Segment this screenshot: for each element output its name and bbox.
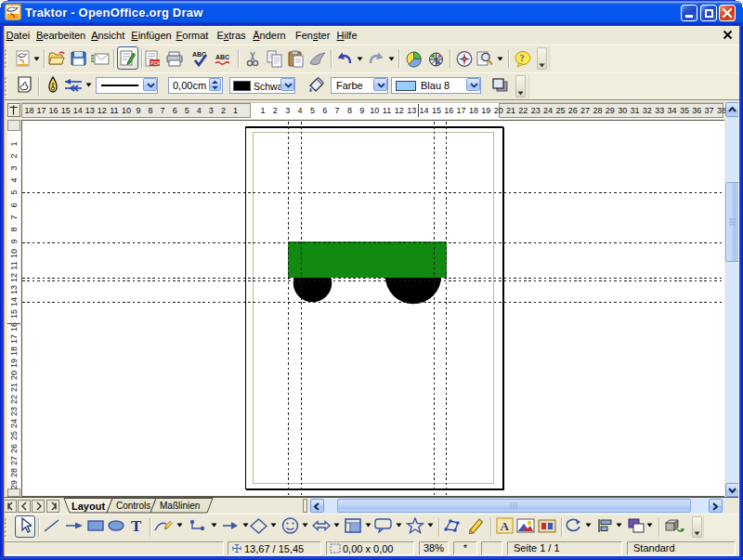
svg-text:A: A bbox=[501, 519, 510, 533]
svg-text:Controls: Controls bbox=[116, 501, 150, 511]
svg-text:Layout: Layout bbox=[72, 501, 105, 512]
svg-text:T: T bbox=[131, 517, 142, 534]
svg-text:?: ? bbox=[520, 53, 525, 63]
svg-text:ABC: ABC bbox=[215, 54, 229, 60]
svg-text:Maßlinien: Maßlinien bbox=[160, 501, 200, 511]
svg-text:PDF: PDF bbox=[150, 60, 161, 66]
